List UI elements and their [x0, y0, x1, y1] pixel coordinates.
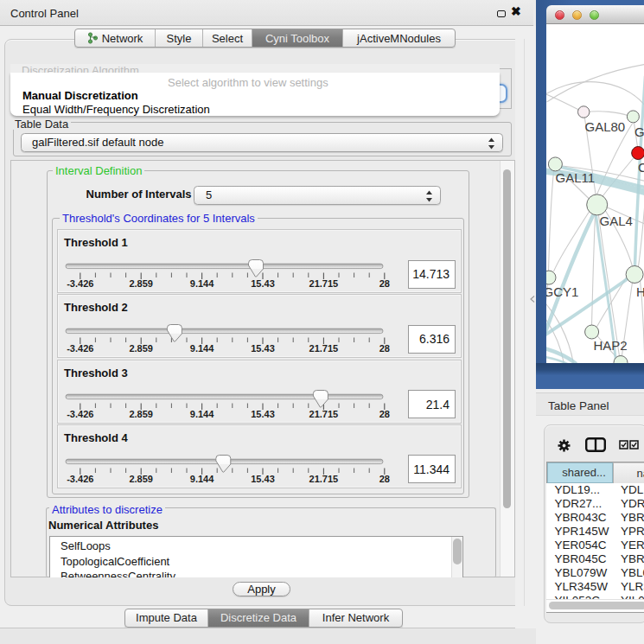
- svg-text:28: 28: [379, 343, 390, 354]
- svg-text:21.715: 21.715: [309, 408, 339, 418]
- svg-text:15.43: 15.43: [251, 473, 275, 483]
- svg-text:9.144: 9.144: [190, 343, 214, 354]
- svg-text:21.715: 21.715: [309, 278, 339, 289]
- svg-text:GA: GA: [634, 124, 644, 139]
- svg-text:21.715: 21.715: [309, 343, 339, 354]
- svg-text:HAP2: HAP2: [593, 338, 627, 353]
- svg-text:CD: CD: [638, 160, 644, 175]
- svg-text:28: 28: [379, 473, 390, 483]
- svg-text:15.43: 15.43: [251, 278, 275, 289]
- svg-text:-3.426: -3.426: [67, 278, 93, 289]
- svg-text:-3.426: -3.426: [67, 343, 93, 354]
- svg-text:2.859: 2.859: [129, 278, 153, 289]
- svg-text:28: 28: [379, 278, 390, 289]
- svg-text:15.43: 15.43: [251, 408, 275, 418]
- svg-text:9.144: 9.144: [190, 278, 214, 289]
- svg-text:-3.426: -3.426: [67, 408, 93, 418]
- svg-text:15.43: 15.43: [251, 343, 275, 354]
- svg-text:GCY1: GCY1: [546, 284, 578, 299]
- svg-text:HI: HI: [636, 284, 644, 299]
- svg-text:GAL4: GAL4: [599, 214, 632, 228]
- svg-text:21.715: 21.715: [309, 473, 339, 483]
- svg-text:GAL80: GAL80: [584, 119, 625, 134]
- svg-text:GAL11: GAL11: [555, 170, 595, 185]
- svg-text:2.859: 2.859: [129, 408, 153, 418]
- svg-text:9.144: 9.144: [190, 408, 214, 418]
- svg-text:9.144: 9.144: [190, 473, 214, 483]
- svg-text:2.859: 2.859: [129, 473, 153, 483]
- svg-text:-3.426: -3.426: [67, 473, 93, 483]
- svg-text:28: 28: [379, 408, 390, 418]
- svg-text:2.859: 2.859: [129, 343, 153, 354]
